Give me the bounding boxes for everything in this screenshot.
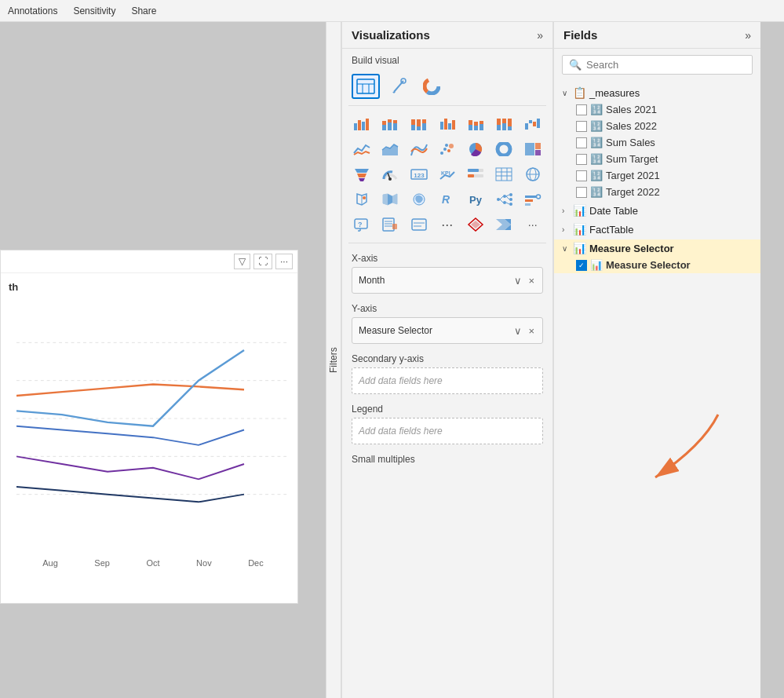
fields-panel-collapse[interactable]: » [745, 29, 751, 42]
viz-table-icon[interactable] [490, 163, 517, 186]
viz-card[interactable]: 123 [406, 163, 432, 186]
tree-item-sales2021[interactable]: 🔢 Sales 2021 [554, 101, 760, 118]
filters-panel[interactable]: Filters [326, 22, 341, 698]
expand-button[interactable]: ⛶ [253, 254, 272, 269]
svg-rect-45 [525, 123, 528, 130]
top-bar-annotations[interactable]: Annotations [8, 5, 57, 16]
viz-pie[interactable] [462, 137, 489, 161]
svg-rect-58 [525, 143, 534, 155]
viz-scatter[interactable] [434, 137, 461, 161]
viz-decomp-tree[interactable] [490, 188, 517, 211]
viz-panel-collapse[interactable]: » [537, 29, 543, 42]
yaxis-remove-btn[interactable]: × [527, 325, 536, 337]
viz-slicer[interactable] [462, 163, 489, 186]
xaxis-expand-btn[interactable]: ∨ [512, 275, 523, 287]
tree-item-target2021[interactable]: 🔢 Target 2021 [554, 167, 760, 184]
checkbox-measure-selector[interactable]: ✓ [576, 260, 587, 271]
svg-text:Py: Py [469, 194, 483, 206]
date-table-icon: 📊 [573, 204, 586, 217]
icon-sumsales: 🔢 [590, 137, 603, 148]
viz-panel: Visualizations » Build visual [341, 22, 553, 698]
fact-table-header[interactable]: › 📊 FactTable [554, 221, 760, 238]
filter-button[interactable]: ▽ [234, 254, 250, 269]
tree-item-sumsales[interactable]: 🔢 Sum Sales [554, 134, 760, 151]
viz-ribbon[interactable] [406, 137, 432, 161]
tree-item-sales2022[interactable]: 🔢 Sales 2022 [554, 118, 760, 134]
yaxis-expand-btn[interactable]: ∨ [512, 325, 523, 337]
viz-map[interactable] [348, 188, 375, 211]
xaxis-remove-btn[interactable]: × [527, 275, 536, 287]
svg-marker-49 [382, 144, 398, 155]
checkbox-target2021[interactable] [576, 170, 587, 181]
checkbox-sales2021[interactable] [576, 104, 587, 115]
viz-more-custom[interactable]: ··· [520, 213, 546, 236]
viz-funnel[interactable] [348, 163, 375, 186]
viz-waterfall[interactable] [520, 112, 546, 136]
yaxis-drop-zone[interactable]: Measure Selector ∨ × [352, 317, 543, 344]
legend-drop-zone[interactable]: Add data fields here [352, 418, 543, 444]
measure-selector-label: Measure Selector [589, 243, 674, 254]
svg-rect-31 [448, 123, 451, 130]
viz-treemap[interactable] [520, 137, 546, 161]
viz-bar-stacked[interactable] [377, 112, 403, 136]
viz-bar-100[interactable] [406, 112, 432, 136]
checkbox-sales2022[interactable] [576, 121, 587, 132]
viz-gauge[interactable] [377, 163, 403, 186]
search-input[interactable] [586, 59, 746, 71]
viz-bar-clustered[interactable] [348, 112, 375, 136]
svg-line-95 [506, 196, 509, 199]
date-table-header[interactable]: › 📊 Date Table [554, 202, 760, 219]
tree-item-sumtarget[interactable]: 🔢 Sum Target [554, 151, 760, 167]
viz-r-script[interactable]: R [434, 188, 461, 211]
checkbox-target2022[interactable] [576, 187, 587, 198]
viz-more[interactable]: ··· [434, 213, 461, 236]
viz-azure-map[interactable] [406, 188, 432, 211]
measure-selector-header[interactable]: ∨ 📊 Measure Selector [554, 239, 760, 257]
svg-point-54 [445, 144, 448, 147]
checkbox-sumtarget[interactable] [576, 154, 587, 165]
viz-icon-table[interactable] [352, 74, 380, 99]
chart-svg [16, 281, 290, 556]
measures-group-header[interactable]: ∨ 📋 _measures [554, 84, 760, 101]
svg-rect-44 [508, 119, 512, 126]
checkbox-sumsales[interactable] [576, 137, 587, 148]
svg-point-91 [509, 203, 512, 206]
date-table-chevron: › [562, 206, 570, 215]
viz-line[interactable] [348, 137, 375, 161]
viz-chevron-shape[interactable] [490, 213, 517, 236]
svg-rect-21 [393, 123, 397, 130]
viz-smart-narrative[interactable] [406, 213, 432, 236]
viz-column-stacked[interactable] [462, 112, 489, 136]
top-bar-share[interactable]: Share [131, 5, 156, 16]
viz-paginated[interactable] [377, 213, 403, 236]
viz-icon-brush[interactable] [385, 74, 413, 99]
secondary-yaxis-drop-zone[interactable]: Add data fields here [352, 367, 543, 394]
secondary-yaxis-placeholder: Add data fields here [359, 375, 443, 386]
viz-diamond[interactable] [462, 213, 489, 236]
viz-qa[interactable]: ? [348, 213, 375, 236]
small-multiples-label: Small multiples [352, 454, 543, 465]
viz-key-influencers[interactable] [520, 188, 546, 211]
viz-icon-donut[interactable] [418, 74, 446, 99]
more-button[interactable]: ··· [275, 254, 293, 269]
top-bar-sensitivity[interactable]: Sensitivity [73, 5, 115, 16]
viz-filled-map[interactable] [377, 188, 403, 211]
svg-rect-40 [497, 119, 501, 125]
viz-area[interactable] [377, 137, 403, 161]
xaxis-drop-zone[interactable]: Month ∨ × [352, 267, 543, 294]
viz-kpi[interactable]: KPI [434, 163, 461, 186]
viz-globe[interactable] [520, 163, 546, 186]
tree-item-measure-selector[interactable]: ✓ 📊 Measure Selector [554, 257, 760, 273]
label-measure-selector: Measure Selector [606, 259, 691, 271]
label-sales2022: Sales 2022 [606, 120, 657, 132]
search-box[interactable]: 🔍 [562, 55, 753, 75]
viz-column-100[interactable] [490, 112, 517, 136]
svg-point-82 [363, 196, 366, 199]
viz-donut2[interactable] [490, 137, 517, 161]
svg-rect-70 [468, 169, 479, 172]
viz-column-clustered[interactable] [434, 112, 461, 136]
date-table-group: › 📊 Date Table [554, 202, 760, 219]
tree-item-target2022[interactable]: 🔢 Target 2022 [554, 184, 760, 200]
viz-python[interactable]: Py [462, 188, 489, 211]
svg-rect-36 [474, 122, 478, 126]
